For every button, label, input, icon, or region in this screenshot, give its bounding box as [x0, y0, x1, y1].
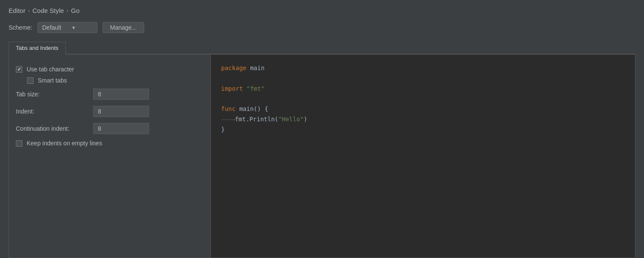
breadcrumb: Editor › Code Style › Go: [9, 7, 635, 14]
code-fmt-println: fmt.Println(: [235, 114, 278, 125]
code-fmt-string: "fmt": [246, 84, 264, 94]
breadcrumb-codestyle: Code Style: [33, 7, 64, 14]
tab-size-input[interactable]: [93, 89, 149, 100]
indent-input[interactable]: [93, 106, 149, 117]
smart-tabs-label: Smart tabs: [38, 77, 67, 84]
continuation-indent-label: Continuation indent:: [16, 125, 93, 132]
scheme-dropdown[interactable]: Default ▼: [37, 22, 97, 33]
smart-tabs-checkbox[interactable]: [27, 77, 33, 84]
use-tab-character-row: Use tab character: [16, 63, 204, 75]
code-space-1: [243, 84, 246, 94]
code-line-5: func main() {: [221, 104, 625, 114]
tab-size-row: Tab size:: [16, 86, 204, 103]
code-hello-string: "Hello": [278, 114, 304, 125]
code-line-1: package main: [221, 63, 625, 74]
code-main-func: main() {: [236, 104, 268, 114]
code-brace-close: }: [221, 125, 225, 135]
breadcrumb-go: Go: [71, 7, 79, 14]
tab-arrow-icon: ————→: [221, 114, 235, 125]
keyword-func: func: [221, 104, 236, 114]
dropdown-arrow-icon: ▼: [72, 25, 76, 30]
code-line-3: import "fmt": [221, 84, 625, 94]
tabs-bar: Tabs and Indents: [9, 41, 635, 55]
tab-size-label: Tab size:: [16, 91, 93, 98]
keep-indents-row: Keep indents on empty lines: [16, 137, 204, 149]
use-tab-character-checkbox[interactable]: [16, 66, 22, 73]
page-container: Editor › Code Style › Go Scheme: Default…: [0, 0, 644, 258]
code-line-6: ————→fmt.Println("Hello"): [221, 114, 625, 125]
content-area: Use tab character Smart tabs Tab size: I…: [9, 55, 635, 258]
left-panel: Use tab character Smart tabs Tab size: I…: [9, 55, 211, 258]
tab-tabs-and-indents[interactable]: Tabs and Indents: [9, 42, 66, 55]
keyword-import: import: [221, 84, 243, 94]
code-line-2: [221, 74, 625, 84]
code-line-7: }: [221, 125, 625, 135]
code-preview: package main import "fmt" func main() { …: [211, 55, 635, 258]
keep-indents-label: Keep indents on empty lines: [27, 140, 102, 147]
code-paren-close: ): [304, 114, 307, 125]
breadcrumb-editor: Editor: [9, 7, 25, 14]
continuation-indent-row: Continuation indent:: [16, 120, 204, 137]
breadcrumb-sep-1: ›: [28, 7, 30, 14]
continuation-indent-input[interactable]: [93, 123, 149, 134]
use-tab-character-label: Use tab character: [27, 66, 74, 73]
code-main-1: main: [246, 63, 264, 74]
scheme-row: Scheme: Default ▼ Manage...: [9, 22, 635, 33]
scheme-label: Scheme:: [9, 24, 32, 31]
indent-label: Indent:: [16, 108, 93, 115]
smart-tabs-row: Smart tabs: [16, 75, 204, 86]
keep-indents-checkbox[interactable]: [16, 140, 22, 147]
manage-button[interactable]: Manage...: [103, 22, 144, 33]
code-line-4: [221, 94, 625, 104]
indent-row: Indent:: [16, 103, 204, 120]
breadcrumb-sep-2: ›: [67, 7, 68, 14]
scheme-value: Default: [42, 24, 61, 31]
keyword-package: package: [221, 63, 246, 74]
